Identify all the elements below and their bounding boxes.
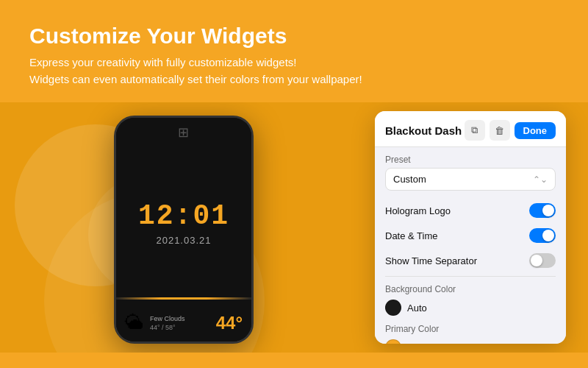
primary-color-value: Auto <box>407 342 427 344</box>
phone-screen: ⊞ 12:01 2021.03.21 🌥 Few Clouds 44° / 58… <box>116 118 251 342</box>
toggle-knob-separator <box>531 255 542 266</box>
toggle-datetime[interactable] <box>529 228 556 243</box>
toggle-separator[interactable] <box>529 253 556 268</box>
content-area: ⊞ 12:01 2021.03.21 🌥 Few Clouds 44° / 58… <box>0 102 588 353</box>
preset-value: Custom <box>393 174 426 185</box>
weather-temp: 44° <box>216 313 243 333</box>
weather-label: Few Clouds <box>150 315 210 322</box>
weather-info: Few Clouds 44° / 58° <box>150 315 210 331</box>
toggle-label-datetime: Date & Time <box>385 230 438 241</box>
primary-color-swatch <box>385 339 401 344</box>
subtitle-line1: Express your creativity with fully custo… <box>29 56 296 68</box>
page-title: Customize Your Widgets <box>29 24 559 49</box>
primary-color-label: Primary Color <box>375 319 566 336</box>
bg-color-row[interactable]: Auto <box>375 296 566 319</box>
copy-icon: ⧉ <box>471 124 478 136</box>
preset-select[interactable]: Custom ⌃⌄ <box>385 168 556 191</box>
weather-area: 🌥 Few Clouds 44° / 58° 44° <box>116 305 251 342</box>
clock-date: 2021.03.21 <box>156 235 211 246</box>
phone-top: ⊞ <box>116 118 251 147</box>
header-section: Customize Your Widgets Express your crea… <box>0 0 588 102</box>
toggle-knob-hologram <box>542 205 554 216</box>
trash-button[interactable]: 🗑 <box>490 120 510 141</box>
toggle-row-hologram: Hologram Logo <box>375 198 566 223</box>
weather-icon: 🌥 <box>125 311 144 334</box>
panel-header-actions: ⧉ 🗑 Done <box>465 120 556 141</box>
phone-separator <box>116 297 251 300</box>
toggle-label-separator: Show Time Separator <box>385 255 477 266</box>
clock-area: 12:01 2021.03.21 <box>116 147 251 291</box>
chevron-icon: ⌃⌄ <box>533 174 548 185</box>
panel-title: Blackout Dash <box>385 124 462 137</box>
header-subtitle: Express your creativity with fully custo… <box>29 54 559 88</box>
copy-button[interactable]: ⧉ <box>465 120 485 141</box>
panel-divider <box>385 276 556 277</box>
bg-color-label: Background Color <box>375 280 566 296</box>
toggle-row-separator: Show Time Separator <box>375 248 566 273</box>
weather-detail: 44° / 58° <box>150 324 210 331</box>
toggle-hologram[interactable] <box>529 203 556 218</box>
bg-color-swatch <box>385 300 401 316</box>
bg-color-value: Auto <box>407 302 427 314</box>
panel-header: Blackout Dash ⧉ 🗑 Done <box>375 111 566 147</box>
phone-logo: ⊞ <box>178 124 190 141</box>
toggle-row-datetime: Date & Time <box>375 223 566 248</box>
toggle-label-hologram: Hologram Logo <box>385 205 451 216</box>
done-button[interactable]: Done <box>514 122 556 139</box>
settings-panel: Blackout Dash ⧉ 🗑 Done Preset Custom ⌃⌄ <box>375 111 566 344</box>
panel-body: Preset Custom ⌃⌄ Hologram Logo Date & Ti… <box>375 147 566 344</box>
preset-section-label: Preset <box>375 155 566 168</box>
primary-color-row[interactable]: Auto <box>375 336 566 344</box>
subtitle-line2: Widgets can even automatically set their… <box>29 73 362 85</box>
toggle-knob-datetime <box>542 230 554 241</box>
phone-mockup: ⊞ 12:01 2021.03.21 🌥 Few Clouds 44° / 58… <box>114 116 254 344</box>
clock-time: 12:01 <box>138 200 229 232</box>
trash-icon: 🗑 <box>495 125 504 136</box>
